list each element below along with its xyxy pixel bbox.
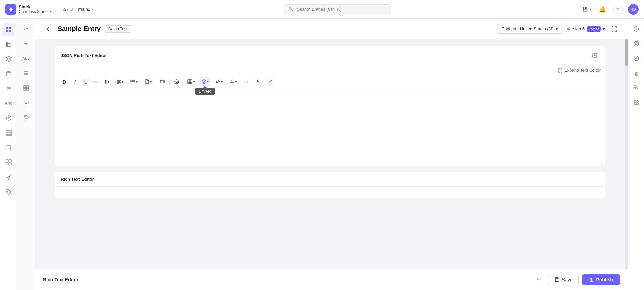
- demo-badge[interactable]: Demo Test: [105, 25, 131, 33]
- svg-point-51: [176, 81, 176, 82]
- toolbar-emoji-button[interactable]: [172, 77, 182, 86]
- toolbar-list-button[interactable]: ▾: [129, 77, 139, 86]
- toolbar-sep6: [169, 78, 170, 85]
- rich-text-toolbar: B I U ··· ¶▾ ▾: [55, 74, 605, 89]
- scrollbar-thumb[interactable]: [625, 39, 628, 66]
- user-avatar[interactable]: RD: [628, 4, 639, 15]
- toolbar-table-button[interactable]: ▾: [186, 77, 196, 86]
- language-selector[interactable]: English - United States (M) ▾: [497, 24, 562, 34]
- toolbar-redo-button[interactable]: [265, 77, 275, 86]
- rich-text-editor-header: Rich Text Editor: [55, 172, 605, 187]
- svg-line-61: [233, 80, 233, 83]
- toolbar-paragraph-button[interactable]: ¶▾: [103, 77, 111, 86]
- expand-text-editor-link[interactable]: Expand Text Editor: [558, 68, 601, 73]
- sidebar-item-tag[interactable]: [2, 185, 15, 199]
- top-navigation: ◈ Stack Compass Starter ▾ Branch main1 ▾…: [0, 0, 644, 19]
- sec-sidebar-grid-icon[interactable]: [20, 82, 32, 94]
- svg-rect-24: [9, 163, 11, 165]
- toolbar-link-button[interactable]: ▾: [214, 77, 224, 86]
- back-button[interactable]: [43, 23, 54, 34]
- toolbar-video-button[interactable]: [157, 77, 167, 86]
- bottom-bar: Rich Text Editor ··· Save Publish: [35, 269, 628, 290]
- toolbar-underline-button[interactable]: U: [81, 77, 91, 86]
- toolbar-italic-button[interactable]: I: [70, 77, 80, 86]
- sidebar-item-text[interactable]: Abc: [2, 97, 15, 110]
- right-panel-shapes-icon[interactable]: [630, 82, 642, 94]
- entry-header: Sample Entry Demo Test English - United …: [35, 19, 628, 39]
- editor-resize-handle[interactable]: ⤡: [55, 163, 605, 166]
- toolbar-hash-button[interactable]: ▾: [228, 77, 238, 86]
- sidebar-item-list[interactable]: [2, 82, 15, 95]
- svg-point-46: [131, 81, 131, 82]
- save-button[interactable]: Save: [548, 274, 579, 285]
- sidebar-item-media[interactable]: [2, 67, 15, 81]
- more-options-button[interactable]: ···: [534, 274, 545, 285]
- nav-divider: [57, 5, 57, 14]
- right-panel-component-icon[interactable]: [630, 97, 642, 109]
- toolbar-sep8: [198, 78, 198, 85]
- nav-right: 💾 ▾ 🔔 ? RD: [583, 4, 639, 15]
- svg-rect-21: [6, 160, 8, 162]
- right-panel-add-icon[interactable]: [630, 52, 642, 64]
- expand-fullscreen-button[interactable]: [609, 23, 620, 34]
- bottom-actions: ··· Save Publish: [534, 274, 620, 285]
- brand-name-top: Stack: [19, 4, 52, 10]
- json-editor-header: JSON Rich Text Editor: [55, 46, 605, 65]
- toolbar-undo-button[interactable]: [254, 77, 264, 86]
- search-icon: 🔍: [288, 7, 294, 12]
- entry-title: Sample Entry: [58, 25, 101, 33]
- toolbar-sep12: [252, 78, 252, 85]
- toolbar-embed-button[interactable]: ▾ Embed: [200, 77, 210, 86]
- sec-sidebar-tag-icon[interactable]: [20, 111, 32, 124]
- toolbar-sep7: [184, 78, 184, 85]
- sidebar-item-entries[interactable]: [2, 38, 15, 51]
- right-panel-broadcast-icon[interactable]: [630, 67, 642, 79]
- toolbar-more-format-button[interactable]: ···: [92, 79, 99, 85]
- sidebar-item-layers[interactable]: [2, 52, 15, 66]
- brand-name-sub[interactable]: Compass Starter ▾: [19, 9, 52, 14]
- sidebar-item-grid[interactable]: [2, 126, 15, 140]
- toolbar-sep4: [141, 78, 141, 85]
- vertical-scrollbar[interactable]: [625, 39, 628, 269]
- sec-sidebar-list-icon[interactable]: [20, 67, 32, 79]
- sidebar-item-modules[interactable]: [2, 156, 15, 169]
- svg-rect-12: [6, 130, 11, 136]
- svg-point-52: [177, 81, 178, 82]
- publish-button[interactable]: Publish: [582, 274, 620, 285]
- main-scroll-area[interactable]: JSON Rich Text Editor Expand Text Editor: [35, 39, 625, 269]
- right-panel-info-icon[interactable]: [630, 23, 642, 35]
- toolbar-file-button[interactable]: ▾: [143, 77, 153, 86]
- svg-rect-3: [9, 30, 11, 32]
- json-editor-add-button[interactable]: [590, 51, 599, 60]
- rich-text-editor-title: Rich Text Editor: [61, 177, 94, 182]
- search-box[interactable]: 🔍 Search Entries (Ctrl+K): [284, 4, 391, 14]
- toolbar-align-button[interactable]: ▾: [115, 77, 125, 86]
- notifications-button[interactable]: 🔔: [597, 4, 608, 15]
- svg-rect-0: [6, 27, 8, 29]
- sidebar-item-settings[interactable]: [2, 171, 15, 184]
- svg-rect-32: [24, 88, 26, 90]
- svg-rect-30: [24, 86, 26, 88]
- right-panel: [628, 19, 644, 290]
- svg-point-69: [634, 41, 639, 46]
- toolbar-bold-button[interactable]: B: [59, 77, 69, 86]
- sec-sidebar-text-icon[interactable]: T≡: [20, 23, 32, 35]
- secondary-sidebar: T≡ Abc: [17, 19, 35, 290]
- toolbar-overflow-button[interactable]: ···: [243, 79, 250, 85]
- help-button[interactable]: ?: [613, 5, 623, 14]
- sec-sidebar-back-icon[interactable]: [20, 38, 32, 50]
- svg-rect-33: [26, 88, 29, 90]
- version-selector[interactable]: Version 6 Latest ▾: [567, 26, 605, 32]
- branch-selector[interactable]: Branch main1 ▾: [63, 7, 93, 12]
- version-label: Version 6: [567, 26, 585, 31]
- app-logo[interactable]: ◈ Stack Compass Starter ▾: [5, 4, 52, 15]
- sidebar-item-clipboard[interactable]: [2, 141, 15, 154]
- json-editor-body[interactable]: [55, 89, 605, 163]
- sec-sidebar-abc-icon[interactable]: Abc: [20, 52, 32, 64]
- right-panel-preview-icon[interactable]: [630, 38, 642, 50]
- sidebar-item-push[interactable]: [2, 111, 15, 125]
- sec-sidebar-settings-icon[interactable]: [20, 97, 32, 109]
- expand-text-editor-label: Expand Text Editor: [564, 68, 601, 73]
- svg-rect-2: [6, 30, 8, 32]
- sidebar-item-dashboard[interactable]: [2, 23, 15, 36]
